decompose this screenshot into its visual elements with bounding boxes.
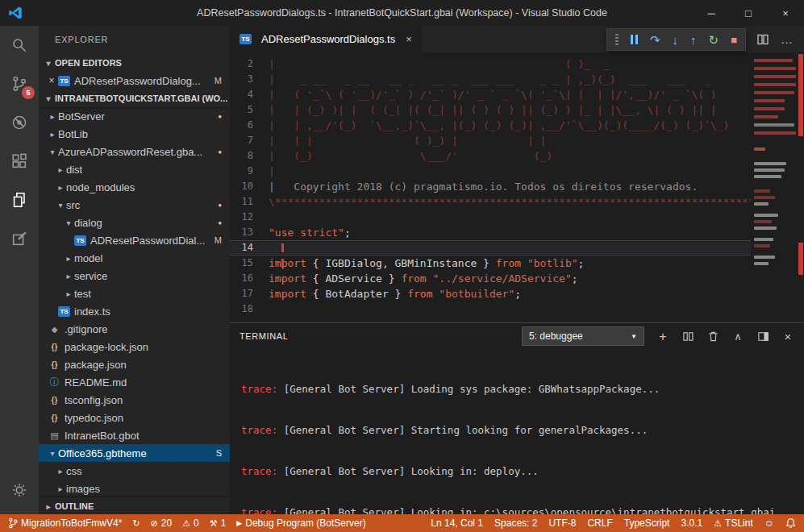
tslint-status[interactable]: ⚠ TSLint: [714, 517, 753, 529]
open-editor-item[interactable]: × TS ADResetPasswordDialog... M: [39, 72, 230, 89]
debug-session-indicator[interactable]: ▶ Debug Program (BotServer): [236, 517, 365, 529]
tree-item-package-json[interactable]: {} package.json: [39, 355, 230, 373]
tree-item-intranetbot-gbot[interactable]: ▤ IntranetBot.gbot: [39, 426, 230, 444]
search-icon[interactable]: [0, 26, 39, 64]
close-icon[interactable]: ×: [45, 75, 58, 86]
panel-layout-icon[interactable]: [756, 330, 769, 343]
tree-item-typedoc[interactable]: {} typedoc.json: [39, 409, 230, 426]
git-branch-indicator[interactable]: MigrationToBotFmwV4*: [8, 517, 122, 529]
tree-item-css[interactable]: ▸ css: [39, 462, 230, 480]
tree-item-label: IntranetBot.gbot: [65, 430, 140, 442]
open-editors-header[interactable]: ▾ OPEN EDITORS: [39, 54, 230, 72]
split-terminal-icon[interactable]: [681, 330, 694, 343]
compose-icon[interactable]: [0, 219, 39, 258]
line-number: 18: [230, 301, 269, 317]
terminal-selector-value: 5: debuggee: [529, 330, 583, 342]
debug-icon[interactable]: [0, 103, 39, 142]
tree-item-adresetpassworddialogs[interactable]: TS ADResetPasswordDial... M: [39, 231, 230, 249]
chevron-right-icon: ▸: [47, 130, 58, 139]
tree-item-package-lock-json[interactable]: {} package-lock.json: [39, 338, 230, 355]
chevron-right-icon: ▸: [63, 254, 74, 263]
restart-button[interactable]: ↻: [709, 34, 719, 46]
step-into-button[interactable]: ↓: [673, 34, 679, 46]
kill-terminal-icon[interactable]: [706, 330, 719, 343]
chevron-right-icon: ▸: [47, 112, 58, 121]
json-icon: {}: [48, 414, 60, 422]
code-line: 12: [230, 210, 804, 225]
terminal-selector[interactable]: 5: debuggee ▼: [522, 326, 644, 346]
terminal-tab[interactable]: TERMINAL: [240, 331, 288, 341]
gear-icon[interactable]: [0, 471, 39, 509]
workspace-name: INTRANETBOTQUICKSTART.GBAI (WO...: [55, 94, 227, 103]
vscode-logo-icon: [8, 6, 23, 20]
minimap[interactable]: [751, 52, 798, 322]
tree-item-node-modules[interactable]: ▸ node_modules: [39, 178, 230, 196]
step-out-button[interactable]: ↑: [690, 34, 697, 46]
terminal-line: trace: [General Bot Server] Looking in: …: [241, 505, 796, 514]
terminal-output[interactable]: trace: [General Bot Server] Loading sys …: [230, 349, 804, 514]
split-editor-icon[interactable]: [756, 33, 769, 46]
files-icon[interactable]: [0, 181, 39, 219]
tree-item-botserver[interactable]: ▸ BotServer ●: [39, 107, 230, 125]
sync-button[interactable]: ↻: [132, 518, 140, 529]
errors-indicator[interactable]: ⊘ 20: [151, 517, 173, 529]
tab-adresetpassworddialogs[interactable]: TS ADResetPasswordDialogs.ts ×: [230, 26, 422, 52]
tree-item-readme[interactable]: ⓘ README.md: [39, 373, 230, 391]
tree-item-label: tsconfig.json: [65, 394, 123, 406]
warnings-indicator[interactable]: ⚠ 0: [182, 517, 199, 529]
tree-item-azureadpasswordreset[interactable]: ▾ AzureADPasswordReset.gba... ●: [39, 143, 230, 160]
outline-header[interactable]: ▸ OUTLINE: [39, 497, 230, 514]
maximize-button[interactable]: □: [730, 0, 767, 26]
code-editor[interactable]: 2| ( )_ _ | 3| _ __ _ __ __ _ __ _ ___ _…: [230, 52, 804, 322]
tree-item-botlib[interactable]: ▸ BotLib: [39, 125, 230, 143]
cursor-position[interactable]: Ln 14, Col 1: [431, 517, 483, 529]
ts-file-icon: TS: [58, 76, 70, 86]
step-over-button[interactable]: ↷: [650, 34, 660, 46]
typescript-version[interactable]: 3.0.1: [681, 517, 702, 529]
tree-item-label: BotLib: [58, 128, 88, 140]
indentation-setting[interactable]: Spaces: 2: [494, 517, 537, 529]
tree-item-tsconfig[interactable]: {} tsconfig.json: [39, 391, 230, 409]
encoding-setting[interactable]: UTF-8: [548, 517, 576, 529]
pause-button[interactable]: [631, 35, 638, 44]
workspace-header[interactable]: ▾ INTRANETBOTQUICKSTART.GBAI (WO...: [39, 89, 230, 107]
maximize-panel-icon[interactable]: ∧: [731, 330, 744, 343]
close-panel-icon[interactable]: ×: [781, 330, 794, 343]
source-control-icon[interactable]: 5: [0, 64, 39, 103]
tree-item-src[interactable]: ▾ src ●: [39, 196, 230, 214]
chevron-right-icon: ▸: [55, 165, 66, 174]
extensions-icon[interactable]: [0, 142, 39, 181]
tree-item-index-ts[interactable]: TS index.ts: [39, 302, 230, 320]
tree-item-office365-gbtheme[interactable]: ▾ Office365.gbtheme S: [39, 444, 230, 462]
overview-ruler[interactable]: [798, 52, 804, 322]
new-terminal-icon[interactable]: +: [656, 330, 669, 343]
task-count: 1: [221, 517, 227, 529]
close-button[interactable]: ×: [767, 0, 804, 26]
error-icon: ⊘: [151, 518, 158, 529]
more-actions-icon[interactable]: …: [781, 35, 793, 44]
notifications-bell-icon[interactable]: [785, 517, 796, 529]
code-line: 11\*************************************…: [230, 194, 804, 210]
chevron-right-icon: ▸: [55, 467, 66, 476]
tree-item-images[interactable]: ▸ images: [39, 480, 230, 497]
code-line: 18: [230, 301, 804, 317]
stop-button[interactable]: ■: [731, 35, 737, 45]
tree-item-test[interactable]: ▸ test: [39, 285, 230, 302]
tree-item-dist[interactable]: ▸ dist: [39, 160, 230, 178]
minimize-button[interactable]: ─: [693, 0, 730, 26]
info-icon: ⓘ: [48, 376, 60, 389]
drag-handle-icon[interactable]: [615, 34, 619, 45]
branch-name: MigrationToBotFmwV4*: [21, 517, 122, 529]
language-mode[interactable]: TypeScript: [624, 517, 670, 529]
punct-token: ;: [344, 227, 351, 239]
error-marks: [798, 243, 803, 275]
gitignore-icon: ◆: [48, 325, 60, 334]
close-tab-icon[interactable]: ×: [406, 33, 412, 45]
tree-item-model[interactable]: ▸ model: [39, 249, 230, 267]
tasks-indicator[interactable]: ⚒ 1: [210, 517, 227, 529]
feedback-smiley-icon[interactable]: ☺: [764, 517, 774, 529]
eol-setting[interactable]: CRLF: [587, 517, 612, 529]
tree-item-gitignore[interactable]: ◆ .gitignore: [39, 320, 230, 338]
tree-item-dialog[interactable]: ▾ dialog ●: [39, 214, 230, 231]
tree-item-service[interactable]: ▸ service: [39, 267, 230, 285]
